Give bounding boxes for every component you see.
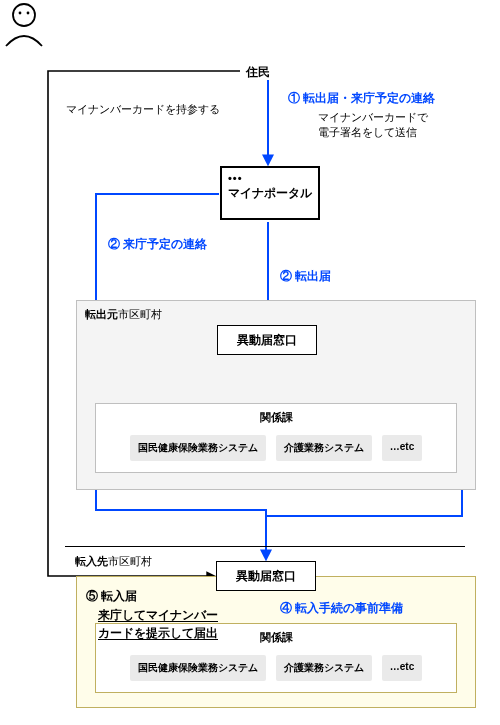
svg-point-2 [27, 12, 30, 15]
resident-label: 住民 [246, 64, 270, 81]
source-prefix: 転出元 [85, 308, 118, 320]
step-2a-label: ② 来庁予定の連絡 [108, 236, 207, 253]
resident-icon [0, 0, 500, 50]
mynaportal-title: マイナポータル [228, 185, 312, 202]
step-1-label: ① 転出届・来庁予定の連絡 [288, 90, 435, 107]
step-5-label: ⑤ 転入届 [86, 588, 137, 605]
step-4-label: ④ 転入手続の事前準備 [280, 600, 403, 617]
mynaportal-box: ••• マイナポータル [220, 166, 320, 220]
source-municipality-title: 転出元市区町村 [85, 307, 162, 322]
destination-suffix: 市区町村 [108, 555, 152, 567]
step-1-note: マイナンバーカードで 電子署名をして送信 [318, 110, 428, 139]
system-item: 国民健康保険業務システム [130, 655, 266, 681]
source-related-header: 関係課 [96, 404, 456, 425]
svg-point-0 [13, 4, 35, 26]
destination-municipality-title: 転入先市区町村 [75, 554, 152, 569]
step-5-note: 来庁してマイナンバー カードを提示して届出 [98, 606, 218, 643]
source-change-window: 異動届窓口 [217, 325, 317, 355]
source-related-section: 関係課 国民健康保険業務システム 介護業務システム …etc [95, 403, 457, 473]
system-item: 介護業務システム [276, 435, 372, 461]
system-item: 国民健康保険業務システム [130, 435, 266, 461]
window-dots-icon: ••• [228, 172, 243, 184]
carry-card-label: マイナンバーカードを持参する [66, 102, 220, 117]
system-item: …etc [382, 435, 422, 461]
destination-prefix: 転入先 [75, 555, 108, 567]
system-item: 介護業務システム [276, 655, 372, 681]
source-municipality-box: 転出元市区町村 異動届窓口 関係課 国民健康保険業務システム 介護業務システム … [76, 300, 476, 490]
destination-change-window: 異動届窓口 [216, 561, 316, 591]
source-suffix: 市区町村 [118, 308, 162, 320]
system-item: …etc [382, 655, 422, 681]
svg-point-1 [19, 12, 22, 15]
destination-divider [65, 546, 465, 547]
step-2b-label: ② 転出届 [280, 268, 331, 285]
